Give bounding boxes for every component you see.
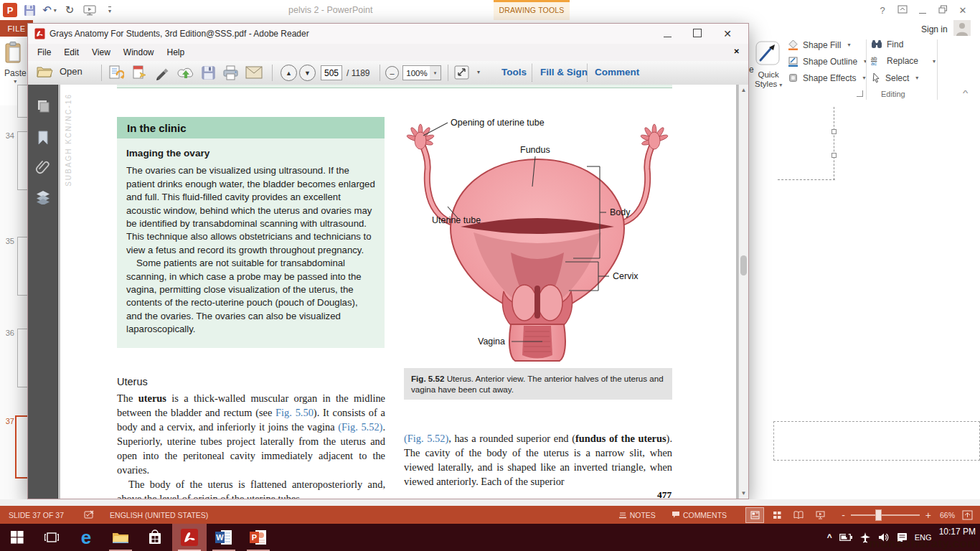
overflow-caret-icon[interactable]: ▾	[477, 69, 480, 75]
start-slideshow-icon[interactable]	[82, 2, 98, 18]
page-number-input[interactable]	[321, 65, 342, 80]
page-thumbnails-icon[interactable]	[36, 99, 50, 116]
slideshow-view-button[interactable]	[811, 508, 829, 522]
task-view-button[interactable]	[34, 524, 69, 551]
fill-sign-button[interactable]: Fill & Sign	[540, 67, 588, 77]
sign-in-link[interactable]: Sign in	[921, 24, 948, 34]
comment-button[interactable]: Comment	[595, 67, 639, 77]
content-placeholder[interactable]	[773, 421, 980, 461]
zoom-slider-thumb[interactable]	[875, 509, 882, 521]
undo-icon[interactable]: ↶▾	[42, 2, 57, 18]
print-icon[interactable]	[222, 65, 239, 83]
word-icon[interactable]: W	[207, 524, 241, 551]
normal-view-button[interactable]	[745, 507, 764, 523]
scroll-down-icon[interactable]: ▼	[739, 490, 748, 496]
caret-down-icon: ▾	[779, 82, 782, 88]
resize-handle[interactable]	[831, 153, 837, 158]
menu-close-icon[interactable]: ✕	[734, 47, 740, 55]
redo-icon[interactable]: ↻	[62, 2, 77, 18]
minimize-icon[interactable]	[652, 29, 682, 39]
help-icon[interactable]: ?	[872, 5, 892, 16]
menu-edit[interactable]: Edit	[57, 44, 85, 61]
shape-outline-icon	[788, 56, 798, 67]
collapse-ribbon-icon[interactable]: ^	[963, 89, 968, 98]
zoom-minus-button[interactable]: -	[842, 506, 845, 524]
customize-qat-icon[interactable]: ▾	[102, 2, 118, 18]
next-page-icon[interactable]: ▼	[299, 65, 316, 81]
adobe-title-bar[interactable]: Grays Anatomy For Students, 3rd Edition@…	[28, 24, 748, 44]
zoom-level-value[interactable]: 100%	[402, 65, 431, 80]
edge-icon[interactable]: e	[69, 524, 103, 551]
menu-file[interactable]: File	[31, 44, 57, 61]
powerpoint-taskbar-icon[interactable]: P	[241, 524, 275, 551]
attachments-icon[interactable]	[35, 159, 51, 178]
start-button[interactable]	[0, 524, 34, 551]
layers-icon[interactable]	[35, 190, 51, 207]
save-icon[interactable]	[22, 2, 37, 18]
close-icon[interactable]: ✕	[712, 28, 743, 39]
shape-outline-button[interactable]: Shape Outline ▾	[788, 56, 867, 67]
slide-canvas[interactable]	[749, 105, 980, 506]
cloud-upload-icon[interactable]	[177, 65, 194, 83]
send-file-icon[interactable]	[131, 65, 147, 83]
zoom-percentage[interactable]: 66%	[940, 506, 955, 524]
comments-button[interactable]: COMMENTS	[672, 506, 727, 524]
adobe-scrollbar[interactable]: ▲ ▼	[738, 85, 748, 499]
open-button[interactable]: Open	[37, 65, 83, 78]
quick-styles-button[interactable]: Quick Styles▾	[755, 40, 782, 90]
spellcheck-icon[interactable]	[84, 506, 94, 524]
drawing-tools-tab[interactable]: DRAWING TOOLS	[494, 0, 570, 20]
figure-caption: Fig. 5.52 Uterus. Anterior view. The ant…	[404, 368, 672, 400]
ribbon-display-options-icon[interactable]	[892, 5, 913, 16]
store-icon[interactable]	[138, 524, 172, 551]
save-copy-icon[interactable]	[108, 65, 124, 83]
maximize-icon[interactable]	[682, 29, 712, 39]
resize-handle[interactable]	[831, 129, 837, 134]
tray-chevron-up-icon[interactable]: ^	[827, 532, 832, 542]
scrollbar-thumb[interactable]	[740, 255, 747, 276]
paste-button[interactable]: Paste ▾	[4, 42, 27, 85]
zoom-out-icon[interactable]: –	[385, 66, 399, 80]
shape-fill-button[interactable]: Shape Fill ▾	[788, 39, 850, 50]
reading-view-button[interactable]	[790, 508, 807, 522]
scroll-up-icon[interactable]: ▲	[739, 87, 748, 93]
email-icon[interactable]	[245, 66, 263, 82]
avatar[interactable]	[953, 20, 971, 39]
bookmarks-icon[interactable]	[37, 131, 50, 148]
dialog-launcher-icon[interactable]	[857, 90, 863, 97]
selection-border[interactable]	[834, 107, 834, 180]
menu-window[interactable]: Window	[117, 44, 161, 61]
notes-button[interactable]: NOTES	[618, 506, 656, 524]
language-status[interactable]: ENGLISH (UNITED STATES)	[110, 506, 208, 524]
battery-icon[interactable]	[839, 534, 852, 541]
restore-icon[interactable]	[933, 5, 953, 16]
clock[interactable]: 10:17 PM	[939, 527, 976, 537]
fit-slide-button[interactable]	[962, 506, 973, 524]
close-icon[interactable]: ✕	[953, 5, 973, 16]
select-button[interactable]: Select ▾	[871, 72, 918, 83]
shape-effects-button[interactable]: Shape Effects ▾	[788, 72, 866, 83]
slide-number-34: 34	[3, 131, 14, 140]
zoom-dropdown-icon[interactable]: ▾	[430, 65, 441, 80]
save-file-icon[interactable]	[201, 65, 216, 83]
zoom-slider[interactable]	[851, 506, 920, 524]
adobe-reader-taskbar-icon[interactable]	[172, 524, 207, 551]
menu-view[interactable]: View	[85, 44, 117, 61]
tools-button[interactable]: Tools	[501, 67, 527, 77]
replace-button[interactable]: ab ac Replace ▾	[871, 56, 936, 66]
select-label: Select	[885, 73, 909, 83]
adobe-window-controls: ✕	[652, 24, 743, 44]
sign-pen-icon[interactable]	[154, 65, 170, 83]
menu-help[interactable]: Help	[161, 44, 192, 61]
slide-sorter-view-button[interactable]	[768, 508, 786, 522]
previous-page-icon[interactable]: ▲	[281, 65, 297, 81]
drawing-tools-accent-bar	[494, 0, 570, 2]
pdf-file-icon	[34, 28, 45, 39]
minimize-icon[interactable]	[913, 5, 933, 16]
slide-number-35: 35	[3, 237, 14, 245]
fit-window-icon[interactable]	[454, 65, 469, 83]
find-button[interactable]: Find	[871, 39, 903, 50]
figure-caption-number: Fig. 5.52	[411, 374, 444, 383]
file-explorer-icon[interactable]	[103, 524, 138, 551]
zoom-plus-button[interactable]: +	[925, 506, 931, 524]
